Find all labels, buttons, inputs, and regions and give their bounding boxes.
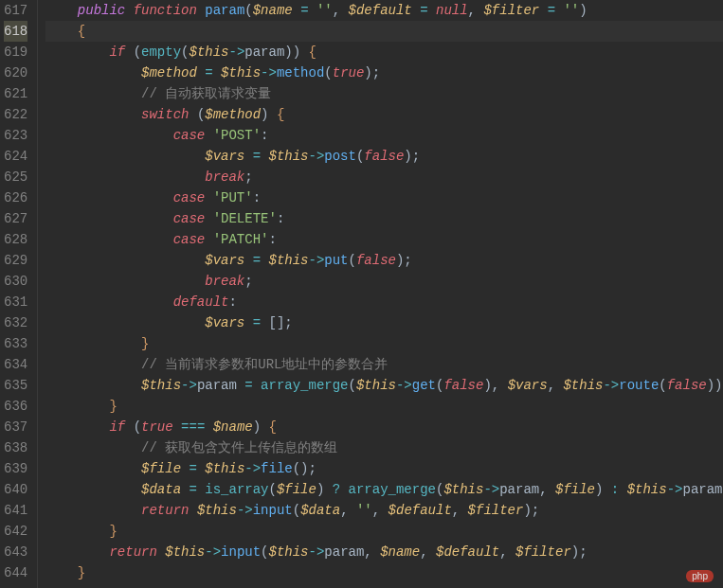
token-kw-ctrl: return — [109, 544, 156, 560]
code-line[interactable]: // 自动获取请求变量 — [45, 83, 723, 104]
line-number: 635 — [4, 375, 27, 396]
code-line[interactable]: return $this->input($data, '', $default,… — [45, 500, 723, 521]
token-op: = — [253, 149, 261, 164]
code-line[interactable]: return $this->input($this->param, $name,… — [45, 542, 723, 562]
code-area[interactable]: public function param($name = '', $defau… — [38, 0, 723, 588]
token-punct: (); — [293, 461, 316, 476]
code-line[interactable]: break; — [45, 167, 723, 187]
code-line[interactable]: if (empty($this->param)) { — [45, 42, 723, 62]
token-op: -> — [309, 149, 325, 164]
token-op: -> — [667, 482, 683, 497]
token-brace: } — [78, 565, 85, 580]
token-var: $this — [627, 482, 667, 497]
code-line[interactable]: public function param($name = '', $defau… — [45, 0, 723, 21]
token-str: '' — [316, 3, 333, 18]
token-var: $name — [380, 544, 420, 560]
token-punct: : — [277, 211, 284, 226]
token-punct: ( — [324, 65, 332, 80]
token-var: $file — [277, 482, 316, 497]
code-line[interactable]: case 'PUT': — [45, 187, 723, 208]
token-comment: // 获取包含文件上传信息的数组 — [141, 440, 337, 455]
token-kw-const: false — [443, 378, 483, 393]
line-number: 618 — [4, 21, 27, 42]
token-kw-fn: function — [134, 3, 197, 18]
code-line[interactable]: default: — [45, 292, 723, 312]
code-line[interactable]: } — [45, 333, 723, 354]
token-kw-const: false — [356, 253, 396, 268]
code-line[interactable]: break; — [45, 271, 723, 292]
token-punct: ); — [396, 253, 412, 268]
token-fn-name: post — [324, 149, 356, 164]
code-line[interactable]: } — [45, 562, 723, 583]
token-punct: , — [452, 503, 468, 518]
line-number: 637 — [4, 417, 27, 437]
token-var: $vars — [205, 253, 244, 268]
code-line[interactable]: } — [45, 521, 723, 542]
line-number: 631 — [4, 292, 27, 312]
code-line[interactable]: // 当前请求参数和URL地址中的参数合并 — [45, 354, 723, 375]
token-punct: )); — [707, 378, 723, 393]
token-kw-const: false — [364, 149, 404, 164]
token-var: $file — [555, 482, 595, 497]
token-op: = — [189, 482, 196, 497]
token-var: $method — [205, 107, 261, 122]
code-line[interactable]: if (true === $name) { — [45, 417, 723, 437]
token-punct: param, — [324, 544, 380, 560]
token-var: $default — [389, 503, 452, 518]
token-kw-ctrl: switch — [141, 107, 189, 122]
token-punct: , — [340, 503, 356, 518]
code-line[interactable]: case 'PATCH': — [45, 229, 723, 250]
token-op: -> — [261, 65, 277, 80]
token-punct: ( — [134, 419, 141, 435]
code-line[interactable]: $vars = $this->put(false); — [45, 250, 723, 271]
token-punct: ( — [244, 3, 252, 18]
code-line[interactable]: // 获取包含文件上传信息的数组 — [45, 437, 723, 458]
code-line[interactable]: $this->param = array_merge($this->get(fa… — [45, 375, 723, 396]
code-line[interactable]: { — [45, 21, 723, 42]
token-fn-call: empty — [141, 45, 181, 60]
token-str: 'DELETE' — [213, 211, 277, 226]
token-fn-name: param — [205, 3, 244, 18]
token-var: $this — [197, 503, 237, 518]
line-number: 640 — [4, 479, 27, 500]
token-brace: { — [78, 24, 85, 39]
code-line[interactable]: switch ($method) { — [45, 104, 723, 125]
code-line[interactable]: $vars = $this->post(false); — [45, 146, 723, 167]
code-line[interactable]: } — [45, 396, 723, 417]
token-var: $this — [356, 378, 396, 393]
token-var: $this — [221, 65, 261, 80]
code-line[interactable]: case 'DELETE': — [45, 208, 723, 229]
code-line[interactable]: $data = is_array($file) ? array_merge($t… — [45, 479, 723, 500]
line-number: 629 — [4, 250, 27, 271]
token-op: -> — [309, 253, 325, 268]
line-number: 632 — [4, 312, 27, 333]
token-fn-call: is_array — [205, 482, 268, 497]
code-editor[interactable]: 6176186196206216226236246256266276286296… — [0, 0, 723, 588]
token-var: $filter — [468, 503, 524, 518]
token-op: = — [205, 65, 212, 80]
token-var: $this — [563, 378, 603, 393]
code-line[interactable]: $method = $this->method(true); — [45, 62, 723, 83]
token-punct: , — [548, 378, 564, 393]
token-kw-ctrl: break — [205, 274, 244, 289]
token-punct: , — [468, 3, 484, 18]
token-fn-name: get — [412, 378, 436, 393]
token-punct: ( — [349, 378, 356, 393]
token-punct: ( — [293, 503, 300, 518]
code-line[interactable]: $vars = []; — [45, 312, 723, 333]
token-var: $default — [436, 544, 499, 560]
line-number: 641 — [4, 500, 27, 521]
line-number: 642 — [4, 521, 27, 542]
code-line[interactable]: $file = $this->file(); — [45, 458, 723, 479]
token-op: = — [548, 3, 555, 18]
token-kw-ctrl: case — [173, 232, 206, 247]
token-op: = — [253, 253, 261, 268]
token-str: '' — [356, 503, 372, 518]
watermark-badge: php — [686, 570, 714, 582]
token-var: $filter — [483, 3, 539, 18]
token-str: '' — [563, 3, 579, 18]
token-punct: ( — [261, 544, 268, 560]
token-var: $name — [253, 3, 293, 18]
code-line[interactable]: case 'POST': — [45, 125, 723, 146]
line-number: 627 — [4, 208, 27, 229]
